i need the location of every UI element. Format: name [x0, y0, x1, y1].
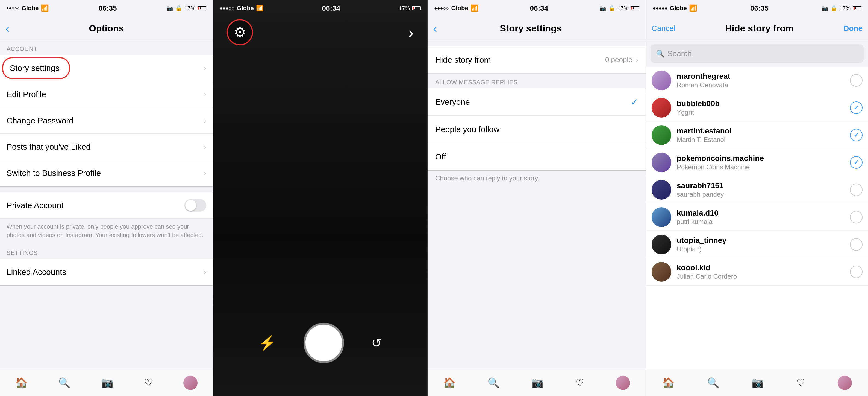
back-button-3[interactable]: ‹: [433, 22, 437, 35]
username-4: saurabh7151: [677, 181, 850, 190]
flip-camera-icon[interactable]: ↺: [371, 336, 382, 350]
done-button[interactable]: Done: [843, 24, 863, 33]
hide-story-label: Hide story from: [435, 55, 491, 64]
tab-search-3[interactable]: 🔍: [488, 377, 500, 389]
battery-tip-2: [414, 7, 415, 9]
user-row-1[interactable]: bubbleb00b Yggrit: [646, 94, 868, 121]
camera-gear-button[interactable]: ⚙: [227, 19, 253, 46]
business-profile-item[interactable]: Switch to Business Profile ›: [0, 160, 213, 186]
chevron-password: ›: [204, 116, 206, 125]
hide-story-row[interactable]: Hide story from 0 people ›: [428, 46, 646, 74]
battery-fill-2: [413, 7, 414, 9]
cancel-button[interactable]: Cancel: [652, 24, 675, 33]
check-0[interactable]: [850, 74, 863, 87]
user-info-5: kumala.d10 putri kumala: [677, 209, 850, 226]
hide-title: Hide story from: [725, 23, 794, 34]
check-1[interactable]: [850, 102, 863, 114]
lock-icon-s4: 🔒: [831, 5, 837, 11]
carrier-3: Globe: [451, 5, 468, 12]
status-left-2: ●●●○○ Globe 📶: [220, 5, 264, 12]
tab-heart-1[interactable]: ♡: [144, 377, 153, 389]
tab-home-3[interactable]: 🏠: [443, 377, 456, 389]
wifi-icon-4: 📶: [689, 4, 697, 12]
user-info-1: bubbleb00b Yggrit: [677, 99, 850, 116]
back-button-1[interactable]: ‹: [5, 22, 9, 35]
camera-next-icon[interactable]: ›: [408, 23, 414, 42]
status-right-1: 📷 🔒 17%: [166, 5, 206, 11]
search-bar[interactable]: 🔍 Search: [651, 44, 864, 63]
user-row-0[interactable]: maronthegreat Roman Genovata: [646, 67, 868, 94]
dot3: [12, 7, 14, 9]
tab-profile-3[interactable]: [616, 376, 630, 390]
check-5[interactable]: [850, 211, 863, 223]
dot4: [15, 7, 17, 9]
camera-icon-s3: 📷: [599, 5, 606, 11]
user-row-6[interactable]: utopia_tinney Utopia :): [646, 231, 868, 258]
reply-everyone[interactable]: Everyone ✓: [428, 88, 646, 116]
fullname-5: putri kumala: [677, 218, 850, 226]
avatar-2: [652, 125, 671, 145]
username-6: utopia_tinney: [677, 236, 850, 245]
reply-follow[interactable]: People you follow: [428, 116, 646, 143]
time-3: 06:34: [530, 4, 548, 12]
check-2[interactable]: [850, 129, 863, 141]
user-info-4: saurabh7151 saurabh pandey: [677, 181, 850, 198]
user-row-2[interactable]: martint.estanol Martin T. Estanol: [646, 121, 868, 149]
liked-posts-item[interactable]: Posts that you've Liked ›: [0, 134, 213, 160]
status-left-4: ●●●●● Globe 📶: [653, 4, 697, 12]
hide-story-right: 0 people ›: [605, 56, 638, 64]
fullname-7: Jullan Carlo Cordero: [677, 273, 850, 280]
user-info-2: martint.estanol Martin T. Estanol: [677, 126, 850, 144]
private-account-toggle[interactable]: [184, 199, 206, 212]
tab-search-4[interactable]: 🔍: [707, 377, 719, 389]
tab-search-1[interactable]: 🔍: [58, 377, 70, 389]
tab-camera-1[interactable]: 📷: [101, 377, 113, 389]
dot5: [18, 7, 20, 9]
check-3[interactable]: [850, 156, 863, 169]
tab-home-1[interactable]: 🏠: [15, 377, 28, 389]
battery-tip-4: [855, 7, 856, 9]
status-bar-1: Globe 📶 06:35 📷 🔒 17%: [0, 0, 213, 17]
tab-home-4[interactable]: 🏠: [662, 377, 675, 389]
edit-profile-item[interactable]: Edit Profile ›: [0, 81, 213, 108]
edit-profile-label: Edit Profile: [6, 90, 46, 99]
reply-off[interactable]: Off: [428, 143, 646, 170]
camera-icon-s1: 📷: [166, 5, 173, 11]
dot1: [6, 7, 8, 9]
tab-camera-4[interactable]: 📷: [752, 377, 764, 389]
tab-heart-4[interactable]: ♡: [797, 377, 805, 389]
private-account-note: When your account is private, only peopl…: [0, 219, 213, 245]
check-7[interactable]: [850, 265, 863, 278]
user-row-7[interactable]: koool.kid Jullan Carlo Cordero: [646, 258, 868, 285]
camera-controls: ⚡ ↺: [213, 323, 427, 396]
flash-icon[interactable]: ⚡: [258, 335, 276, 351]
check-6[interactable]: [850, 238, 863, 251]
chevron-business: ›: [204, 169, 206, 177]
story-settings-content: Hide story from 0 people › ALLOW MESSAGE…: [428, 40, 646, 369]
user-row-5[interactable]: kumala.d10 putri kumala: [646, 203, 868, 231]
reply-off-label: Off: [435, 152, 446, 161]
story-settings-item[interactable]: Story settings ›: [0, 55, 213, 81]
shutter-button[interactable]: [304, 323, 344, 363]
tab-bar-1: 🏠 🔍 📷 ♡: [0, 369, 213, 396]
user-row-4[interactable]: saurabh7151 saurabh pandey: [646, 176, 868, 203]
battery-pct-4: 17%: [840, 5, 850, 11]
tab-camera-3[interactable]: 📷: [531, 377, 544, 389]
gear-icon: ⚙: [234, 24, 246, 40]
tab-profile-4[interactable]: [838, 376, 852, 390]
panel-camera: ●●●○○ Globe 📶 06:34 17% ⚙ › ⚡ ↺: [213, 0, 428, 396]
search-container: 🔍 Search: [646, 40, 868, 67]
chevron-linked: ›: [204, 268, 206, 277]
chevron-story: ›: [204, 64, 206, 73]
tab-profile-1[interactable]: [183, 376, 197, 390]
change-password-item[interactable]: Change Password ›: [0, 108, 213, 134]
time-2: 06:34: [322, 4, 340, 12]
status-right-4: 📷 🔒 17%: [822, 5, 862, 11]
linked-accounts-item[interactable]: Linked Accounts ›: [0, 259, 213, 285]
battery-fill-4: [854, 7, 855, 9]
tab-heart-3[interactable]: ♡: [576, 377, 584, 389]
user-row-3[interactable]: pokemoncoins.machine Pokemon Coins Machi…: [646, 149, 868, 176]
check-4[interactable]: [850, 183, 863, 196]
user-info-6: utopia_tinney Utopia :): [677, 236, 850, 253]
account-list-group: Story settings › Edit Profile › Change P…: [0, 55, 213, 187]
